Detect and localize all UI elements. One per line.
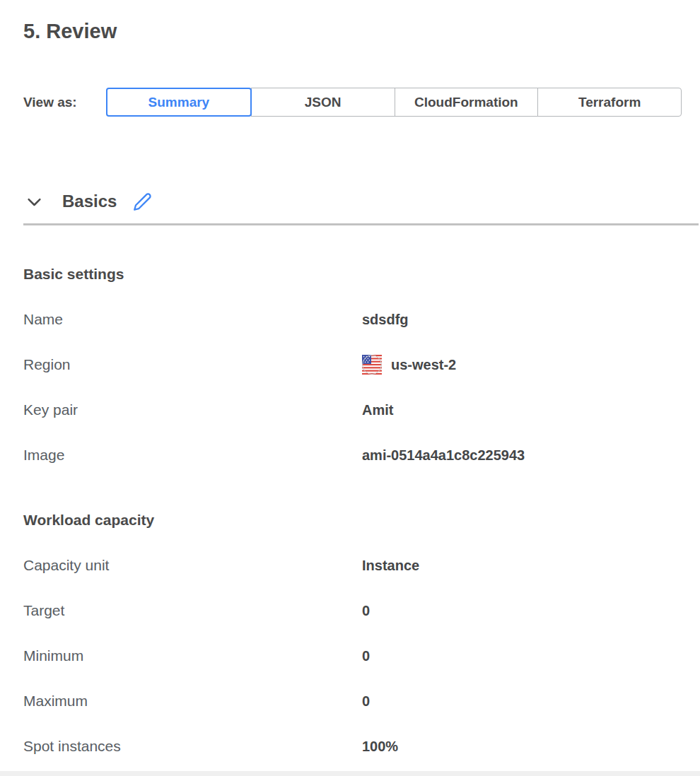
row-value-text: Instance [362, 558, 419, 574]
row-value-text: 100% [362, 739, 398, 755]
group-heading: Workload capacity [23, 512, 682, 529]
row-label: Minimum [23, 647, 362, 664]
row-value: us-west-2 [362, 355, 456, 375]
view-as-label: View as: [23, 95, 106, 110]
row-label: Target [23, 602, 362, 619]
row-value: 100% [362, 739, 398, 755]
summary-row: Spot instances [23, 738, 682, 755]
section-title: Basics [62, 192, 117, 211]
view-as-tabs: SummaryJSONCloudFormationTerraform [106, 88, 682, 117]
row-value-text: Amit [362, 402, 393, 418]
row-value: ami-0514a4a1c8c225943 [362, 447, 525, 464]
row-label: Maximum [23, 693, 362, 710]
view-as-tab-summary[interactable]: Summary [106, 88, 252, 117]
row-value: sdsdfg [362, 312, 409, 328]
row-value: 0 [362, 603, 370, 619]
row-label: Region [23, 356, 362, 373]
group-rows: Capacity unit [23, 557, 682, 755]
pencil-icon[interactable] [133, 192, 152, 211]
row-value: 0 [362, 693, 370, 710]
row-label: Key pair [23, 401, 362, 418]
summary-row: Region [23, 356, 682, 373]
view-as-tab-json[interactable]: JSON [251, 88, 395, 117]
row-value-text: 0 [362, 648, 370, 664]
page-title: 5. Review [23, 18, 682, 44]
group-rows: Name [23, 311, 682, 464]
chevron-down-icon[interactable] [25, 192, 44, 211]
row-value-text: 0 [362, 603, 370, 619]
row-value: Amit [362, 402, 393, 418]
view-as-tab-terraform[interactable]: Terraform [537, 88, 682, 117]
settings-group: Workload capacity Capacity unit [23, 512, 682, 755]
summary-row: Target [23, 602, 682, 619]
section-divider [23, 223, 699, 225]
group-heading: Basic settings [23, 266, 682, 283]
next-section-divider [0, 771, 700, 776]
summary-row: Maximum [23, 693, 682, 710]
summary-groups: Basic settings Name [23, 266, 682, 755]
row-value: Instance [362, 558, 419, 574]
row-label: Capacity unit [23, 557, 362, 574]
row-value-text: sdsdfg [362, 312, 409, 328]
summary-row: Name [23, 311, 682, 328]
review-page: 5. Review View as: SummaryJSONCloudForma… [0, 18, 700, 755]
summary-row: Minimum [23, 647, 682, 664]
row-label: Spot instances [23, 738, 362, 755]
summary-row: Image [23, 447, 682, 464]
summary-row: Capacity unit [23, 557, 682, 574]
view-as-tab-cloudformation[interactable]: CloudFormation [395, 88, 539, 117]
summary-row: Key pair [23, 401, 682, 418]
settings-group: Basic settings Name [23, 266, 682, 464]
row-value: 0 [362, 648, 370, 664]
view-as-row: View as: SummaryJSONCloudFormationTerraf… [23, 88, 682, 117]
row-value-text: us-west-2 [391, 357, 456, 373]
us-flag-icon [362, 355, 382, 375]
row-value-text: ami-0514a4a1c8c225943 [362, 447, 525, 464]
row-label: Image [23, 447, 362, 464]
basics-section-header: Basics [23, 189, 682, 213]
row-label: Name [23, 311, 362, 328]
row-value-text: 0 [362, 693, 370, 710]
